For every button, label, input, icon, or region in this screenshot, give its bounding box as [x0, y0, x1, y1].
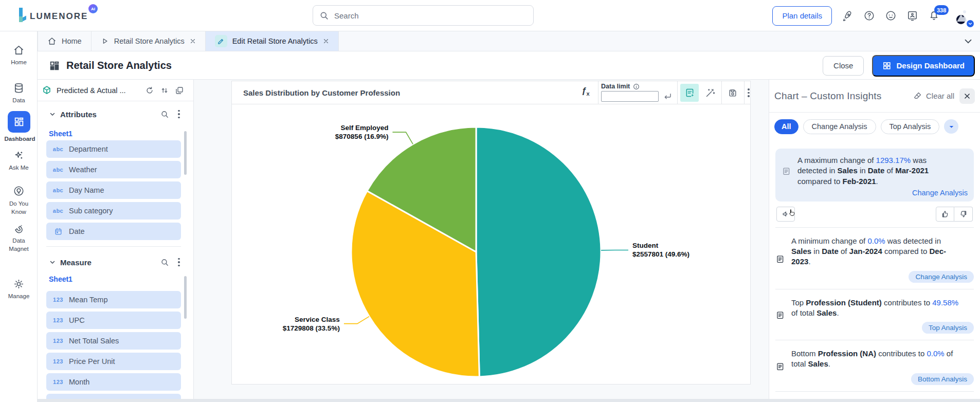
home-tab-icon — [47, 36, 57, 46]
assistant-face-icon[interactable] — [885, 10, 897, 22]
attribute-item-sub-category[interactable]: abc Sub category — [46, 202, 181, 220]
nav-manage[interactable]: Manage — [0, 278, 38, 301]
tab-retail-store-analytics[interactable]: Retail Store Analytics — [92, 31, 206, 51]
attribute-item-weather[interactable]: abc Weather — [46, 161, 181, 178]
measure-item-net-total-sales[interactable]: 123 Net Total Sales — [46, 332, 181, 350]
measure-item-partial[interactable] — [46, 394, 181, 399]
info-icon[interactable] — [633, 83, 640, 90]
nav-home[interactable]: Home — [0, 44, 38, 67]
rocket-icon[interactable] — [842, 10, 854, 22]
nav-data-magnet[interactable]: Data Magnet — [0, 223, 38, 253]
nav-ask-me[interactable]: Ask Me — [0, 150, 38, 172]
refresh-icon[interactable] — [145, 86, 154, 95]
tab-label: Edit Retail Store Analytics — [232, 37, 318, 45]
insight-card-min-change[interactable]: A minimum change of 0.0% was detected in… — [775, 231, 974, 286]
clear-all-label: Clear all — [926, 92, 954, 100]
nav-dashboard[interactable]: Dashboard — [0, 111, 38, 143]
fx-formula-icon[interactable]: ƒx — [582, 86, 590, 97]
data-limit-label: Data limit — [601, 83, 630, 90]
magic-wand-icon[interactable] — [701, 84, 719, 102]
attribute-item-department[interactable]: abc Department — [46, 140, 181, 158]
note-icon — [775, 298, 785, 334]
bottom-analysis-badge[interactable]: Bottom Analysis — [911, 373, 974, 385]
tab-close-icon[interactable] — [323, 38, 329, 44]
nav-label: Ask Me — [5, 164, 33, 172]
more-filters-chevron-icon[interactable] — [944, 119, 958, 134]
search-input[interactable] — [334, 11, 527, 20]
pie-slice-student[interactable] — [476, 127, 601, 377]
change-analysis-badge[interactable]: Change Analysis — [909, 271, 974, 283]
attribute-item-date[interactable]: Date — [46, 223, 181, 240]
pie-label: Self Employed — [340, 124, 388, 132]
user-avatar[interactable] — [950, 4, 973, 27]
calendar-icon — [51, 227, 65, 236]
divider — [677, 81, 678, 104]
scrollbar-thumb[interactable] — [184, 276, 187, 319]
sheet-link[interactable]: Sheet1 — [49, 130, 72, 138]
global-search[interactable] — [313, 5, 534, 26]
notifications-bell-icon[interactable]: 338 — [928, 10, 940, 22]
insight-card-bottom-profession[interactable]: Bottom Profession (NA) contributes to 0.… — [775, 343, 974, 388]
sheet-link[interactable]: Sheet1 — [49, 275, 72, 283]
logo[interactable]: LUMENORE AI — [17, 7, 88, 23]
help-icon[interactable] — [863, 10, 875, 22]
plan-details-button[interactable]: Plan details — [772, 6, 832, 26]
filter-chip-all[interactable]: All — [774, 119, 798, 134]
tab-edit-retail-store-analytics[interactable]: Edit Retail Store Analytics — [206, 31, 339, 51]
kebab-menu-icon[interactable] — [178, 110, 180, 119]
123-type-icon: 123 — [51, 338, 65, 344]
clear-all-button[interactable]: Clear all — [913, 91, 954, 101]
nav-data[interactable]: Data — [0, 82, 38, 105]
field-label: UPC — [69, 316, 85, 324]
measure-section-header[interactable]: Measure — [38, 255, 193, 269]
close-panel-icon[interactable] — [959, 88, 975, 104]
insight-card-max-change[interactable]: A maximum change of 1293.17% was detecte… — [775, 149, 974, 202]
divider — [744, 81, 745, 104]
data-limit-input[interactable] — [601, 91, 659, 102]
nav-do-you-know[interactable]: Do You Know — [0, 186, 38, 216]
enter-icon[interactable] — [663, 92, 673, 101]
search-icon[interactable] — [160, 258, 169, 267]
layers-icon[interactable] — [175, 86, 184, 95]
chevron-down-icon — [49, 259, 56, 266]
pie-leader-line — [392, 132, 413, 144]
main-canvas: Sales Distribution by Customer Professio… — [194, 80, 769, 399]
change-analysis-link[interactable]: Change Analysis — [782, 189, 968, 197]
filter-chip-top-analysis[interactable]: Top Analysis — [881, 119, 940, 134]
app-window: LUMENORE AI Plan details — [0, 0, 980, 402]
field-label: Mean Temp — [69, 296, 108, 304]
tab-close-icon[interactable] — [190, 38, 196, 44]
filter-chip-change-analysis[interactable]: Change Analysis — [803, 119, 876, 134]
sparkles-icon — [13, 150, 25, 161]
pie-label: $870856 (16.9%) — [335, 133, 389, 140]
thumbs-down-button[interactable] — [954, 207, 973, 222]
kebab-menu-icon[interactable] — [178, 258, 180, 267]
measure-item-price-per-unit[interactable]: 123 Price Per Unit — [46, 353, 181, 370]
feedback-icon[interactable] — [906, 10, 918, 22]
tabbar-collapse-chevron-icon[interactable] — [963, 35, 974, 47]
scrollbar-thumb[interactable] — [184, 131, 187, 175]
tab-home[interactable]: Home — [38, 31, 92, 51]
thumbs-up-button[interactable] — [936, 207, 954, 222]
section-divider — [46, 246, 181, 247]
pie-chart[interactable]: Student$2557801 (49.6%)Service Class$172… — [232, 104, 750, 383]
nav-label: Home — [5, 59, 33, 67]
attributes-title: Attributes — [60, 110, 97, 119]
sort-icon[interactable] — [160, 86, 169, 95]
divider — [598, 81, 598, 104]
custom-insights-panel: Chart – Custom Insights Clear all All Ch… — [769, 80, 980, 399]
attributes-section-header[interactable]: Attributes — [38, 107, 193, 121]
top-analysis-badge[interactable]: Top Analysis — [922, 322, 974, 334]
close-button[interactable]: Close — [823, 56, 864, 76]
measure-item-upc[interactable]: 123 UPC — [46, 312, 181, 329]
custom-insights-button[interactable] — [680, 84, 699, 102]
dataset-header: Predicted & Actual ... — [38, 80, 193, 101]
attribute-item-day-name[interactable]: abc Day Name — [46, 181, 181, 199]
search-icon[interactable] — [160, 110, 169, 119]
measure-item-month[interactable]: 123 Month — [46, 373, 181, 391]
widget-kebab-menu-icon[interactable] — [745, 84, 752, 102]
design-dashboard-button[interactable]: Design Dashboard — [872, 55, 975, 77]
save-icon[interactable] — [723, 84, 742, 102]
measure-item-mean-temp[interactable]: 123 Mean Temp — [46, 291, 181, 308]
insight-card-top-profession[interactable]: Top Profession (Student) contributes to … — [775, 293, 974, 337]
